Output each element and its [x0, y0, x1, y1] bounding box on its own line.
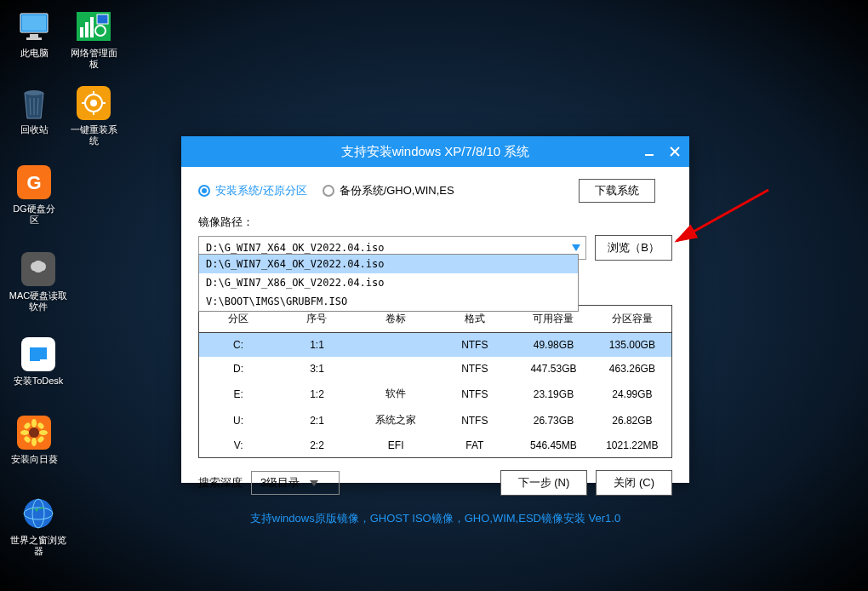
image-path-label: 镜像路径： — [198, 215, 672, 230]
depth-value: 3级目录 — [260, 475, 300, 491]
svg-point-26 — [29, 427, 39, 438]
desktop-icon-network-panel[interactable]: 网络管理面板 — [68, 9, 119, 70]
dialog-title: 支持安装windows XP/7/8/10 系统 — [341, 144, 530, 160]
close-dialog-button[interactable]: 关闭 (C) — [596, 470, 672, 496]
icon-label: 安装ToDesk — [9, 376, 68, 387]
svg-rect-6 — [85, 22, 89, 37]
svg-point-27 — [31, 419, 37, 427]
svg-point-28 — [31, 438, 37, 446]
close-button[interactable] — [667, 144, 682, 159]
todesk-icon — [20, 336, 56, 372]
partition-table: 分区 序号 卷标 格式 可用容量 分区容量 C:1:1NTFS49.98GB13… — [198, 305, 672, 458]
svg-rect-3 — [26, 37, 42, 40]
icon-label: 回收站 — [9, 124, 60, 135]
table-cell — [357, 357, 436, 381]
dropdown-option[interactable]: D:\G_WIN7_X64_OK_V2022.04.iso — [199, 255, 578, 273]
diskgenius-icon: G — [16, 164, 52, 200]
desktop-icon-this-pc[interactable]: 此电脑 — [9, 9, 60, 59]
col-capacity: 分区容量 — [593, 306, 672, 333]
table-cell: D: — [199, 357, 278, 381]
desktop-icon-recycle-bin[interactable]: 回收站 — [9, 85, 60, 135]
trash-icon — [16, 85, 52, 121]
table-cell: 软件 — [357, 381, 436, 407]
desktop-icon-todesk[interactable]: 安装ToDesk — [9, 336, 68, 387]
mac-disk-icon — [20, 251, 56, 287]
table-cell: 447.53GB — [514, 357, 593, 381]
radio-backup[interactable]: 备份系统/GHO,WIN,ES — [323, 183, 454, 198]
table-cell: NTFS — [435, 333, 514, 358]
search-depth-label: 搜索深度 — [198, 475, 243, 491]
titlebar[interactable]: 支持安装windows XP/7/8/10 系统 — [181, 136, 689, 167]
svg-point-30 — [39, 430, 48, 435]
table-cell: 24.99GB — [593, 381, 672, 407]
download-system-button[interactable]: 下载系统 — [579, 179, 655, 203]
table-cell: EFI — [357, 433, 436, 458]
table-cell: 463.26GB — [593, 357, 672, 381]
svg-rect-8 — [97, 14, 108, 24]
globe-icon — [20, 496, 56, 531]
table-cell: 2:2 — [277, 433, 357, 458]
svg-text:G: G — [26, 172, 41, 193]
table-row[interactable]: C:1:1NTFS49.98GB135.00GB — [199, 333, 672, 358]
svg-point-35 — [24, 499, 53, 528]
search-depth-select[interactable]: 3级目录 — [251, 471, 340, 495]
table-cell: NTFS — [435, 381, 514, 407]
table-cell: FAT — [435, 433, 514, 458]
dropdown-option[interactable]: V:\BOOT\IMGS\GRUBFM.ISO — [199, 292, 578, 311]
radio-install-restore[interactable]: 安装系统/还原分区 — [198, 183, 307, 198]
table-cell: 26.82GB — [593, 407, 672, 433]
icon-label: 此电脑 — [9, 48, 60, 59]
table-cell: V: — [199, 433, 278, 458]
table-cell: NTFS — [435, 357, 514, 381]
icon-label: 安装向日葵 — [9, 454, 60, 465]
table-cell: 26.73GB — [514, 407, 593, 433]
install-dialog: 支持安装windows XP/7/8/10 系统 安装系统/还原分区 备份系统/… — [181, 136, 689, 483]
table-cell: 135.00GB — [593, 333, 672, 358]
table-cell: 系统之家 — [357, 407, 436, 433]
table-row[interactable]: E:1:2软件NTFS23.19GB24.99GB — [199, 381, 672, 407]
svg-marker-41 — [572, 244, 580, 251]
dialog-footer-text: 支持windows原版镜像，GHOST ISO镜像，GHO,WIM,ESD镜像安… — [181, 504, 689, 531]
table-cell: 49.98GB — [514, 333, 593, 358]
image-path-dropdown: D:\G_WIN7_X64_OK_V2022.04.iso D:\G_WIN7_… — [198, 254, 579, 312]
svg-rect-5 — [80, 27, 83, 37]
desktop-icon-reinstall[interactable]: 一键重装系统 — [68, 85, 119, 146]
table-cell: U: — [199, 407, 278, 433]
icon-label: MAC硬盘读取软件 — [9, 290, 68, 313]
dropdown-option[interactable]: D:\G_WIN7_X86_OK_V2022.04.iso — [199, 273, 578, 292]
next-button[interactable]: 下一步 (N) — [500, 470, 588, 496]
svg-rect-1 — [22, 15, 46, 31]
svg-line-42 — [677, 190, 768, 241]
table-row[interactable]: V:2:2EFIFAT546.45MB1021.22MB — [199, 433, 672, 458]
table-cell: 1:2 — [277, 381, 357, 407]
svg-rect-7 — [90, 17, 94, 37]
desktop-icon-sunflower[interactable]: 安装向日葵 — [9, 415, 60, 465]
table-row[interactable]: D:3:1NTFS447.53GB463.26GB — [199, 357, 672, 381]
radio-label: 安装系统/还原分区 — [215, 183, 307, 198]
table-cell: E: — [199, 381, 278, 407]
svg-point-16 — [90, 100, 97, 106]
svg-point-29 — [20, 430, 29, 435]
svg-rect-2 — [30, 34, 38, 37]
sunflower-icon — [16, 415, 52, 450]
desktop-icon-diskgenius[interactable]: G DG硬盘分区 — [9, 164, 60, 226]
table-cell: C: — [199, 333, 278, 358]
table-cell: 1:1 — [277, 333, 357, 358]
icon-label: 一键重装系统 — [68, 124, 119, 146]
browse-button[interactable]: 浏览（B） — [595, 235, 672, 261]
desktop-icon-theworld[interactable]: 世界之窗浏览器 — [9, 496, 68, 557]
gear-icon — [76, 85, 111, 121]
svg-point-10 — [25, 90, 43, 95]
computer-icon — [16, 9, 52, 44]
table-cell: 546.45MB — [514, 433, 593, 458]
desktop-icon-mac-disk[interactable]: MAC硬盘读取软件 — [9, 251, 68, 313]
table-row[interactable]: U:2:1系统之家NTFS26.73GB26.82GB — [199, 407, 672, 433]
icon-label: DG硬盘分区 — [9, 204, 60, 226]
table-cell: 3:1 — [277, 357, 357, 381]
radio-label: 备份系统/GHO,WIN,ES — [340, 183, 454, 198]
icon-label: 世界之窗浏览器 — [9, 535, 68, 557]
table-cell: 2:1 — [277, 407, 357, 433]
icon-label: 网络管理面板 — [68, 48, 119, 70]
table-cell: NTFS — [435, 407, 514, 433]
minimize-button[interactable] — [642, 144, 657, 159]
